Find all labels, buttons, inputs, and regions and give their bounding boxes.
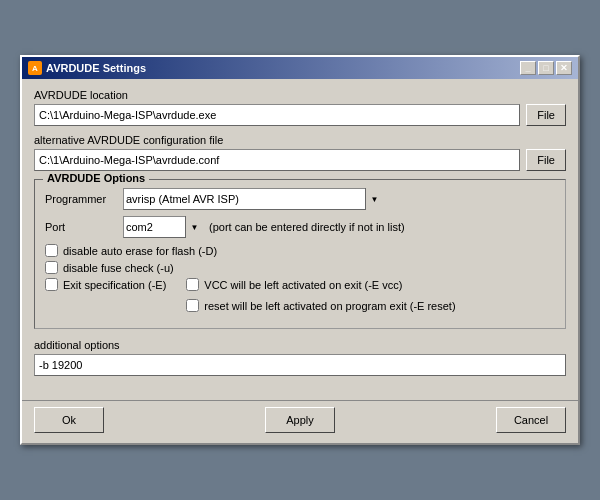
- vcc-activated-label: VCC will be left activated on exit (-E v…: [204, 279, 402, 291]
- additional-options-row: [34, 354, 566, 376]
- additional-options-input[interactable]: [34, 354, 566, 376]
- disable-fuse-check-label: disable fuse check (-u): [63, 262, 174, 274]
- exit-spec-checkbox[interactable]: [45, 278, 58, 291]
- reset-activated-label: reset will be left activated on program …: [204, 300, 455, 312]
- disable-auto-erase-row: disable auto erase for flash (-D): [45, 244, 555, 257]
- footer: Ok Apply Cancel: [22, 400, 578, 443]
- reset-activated-checkbox[interactable]: [186, 299, 199, 312]
- checkbox-group: disable auto erase for flash (-D) disabl…: [45, 244, 555, 316]
- programmer-label: Programmer: [45, 193, 117, 205]
- avrdude-location-row: File: [34, 104, 566, 126]
- cancel-button[interactable]: Cancel: [496, 407, 566, 433]
- window-icon: A: [28, 61, 42, 75]
- alt-config-file-button[interactable]: File: [526, 149, 566, 171]
- exit-spec-label: Exit specification (-E): [63, 279, 166, 291]
- window-title: AVRDUDE Settings: [46, 62, 146, 74]
- disable-auto-erase-checkbox[interactable]: [45, 244, 58, 257]
- disable-fuse-check-row: disable fuse check (-u): [45, 261, 555, 274]
- title-bar-left: A AVRDUDE Settings: [28, 61, 146, 75]
- disable-fuse-check-checkbox[interactable]: [45, 261, 58, 274]
- port-select-wrapper: com2 ▼: [123, 216, 203, 238]
- exit-spec-left: Exit specification (-E): [45, 278, 166, 291]
- avrdude-location-label: AVRDUDE location: [34, 89, 566, 101]
- reset-activated-row: reset will be left activated on program …: [186, 299, 455, 312]
- close-button[interactable]: ✕: [556, 61, 572, 75]
- programmer-select[interactable]: avrisp (Atmel AVR ISP): [123, 188, 383, 210]
- alt-config-input[interactable]: [34, 149, 520, 171]
- exit-spec-right: VCC will be left activated on exit (-E v…: [186, 278, 455, 316]
- vcc-activated-checkbox[interactable]: [186, 278, 199, 291]
- disable-auto-erase-label: disable auto erase for flash (-D): [63, 245, 217, 257]
- title-buttons: _ □ ✕: [520, 61, 572, 75]
- additional-options-section: additional options: [34, 339, 566, 376]
- programmer-select-wrapper: avrisp (Atmel AVR ISP) ▼: [123, 188, 383, 210]
- exit-spec-section: Exit specification (-E) VCC will be left…: [45, 278, 555, 316]
- port-label: Port: [45, 221, 117, 233]
- port-row: Port com2 ▼ (port can be entered directl…: [45, 216, 555, 238]
- options-group-title: AVRDUDE Options: [43, 172, 149, 184]
- options-group: AVRDUDE Options Programmer avrisp (Atmel…: [34, 179, 566, 329]
- maximize-button[interactable]: □: [538, 61, 554, 75]
- content-area: AVRDUDE location File alternative AVRDUD…: [22, 79, 578, 396]
- alt-config-row: File: [34, 149, 566, 171]
- alt-config-label: alternative AVRDUDE configuration file: [34, 134, 566, 146]
- vcc-activated-row: VCC will be left activated on exit (-E v…: [186, 278, 455, 291]
- programmer-row: Programmer avrisp (Atmel AVR ISP) ▼: [45, 188, 555, 210]
- port-select[interactable]: com2: [123, 216, 203, 238]
- title-bar: A AVRDUDE Settings _ □ ✕: [22, 57, 578, 79]
- additional-options-label: additional options: [34, 339, 566, 351]
- avrdude-location-file-button[interactable]: File: [526, 104, 566, 126]
- port-note: (port can be entered directly if not in …: [209, 221, 405, 233]
- avrdude-location-input[interactable]: [34, 104, 520, 126]
- main-window: A AVRDUDE Settings _ □ ✕ AVRDUDE locatio…: [20, 55, 580, 445]
- apply-button[interactable]: Apply: [265, 407, 335, 433]
- minimize-button[interactable]: _: [520, 61, 536, 75]
- ok-button[interactable]: Ok: [34, 407, 104, 433]
